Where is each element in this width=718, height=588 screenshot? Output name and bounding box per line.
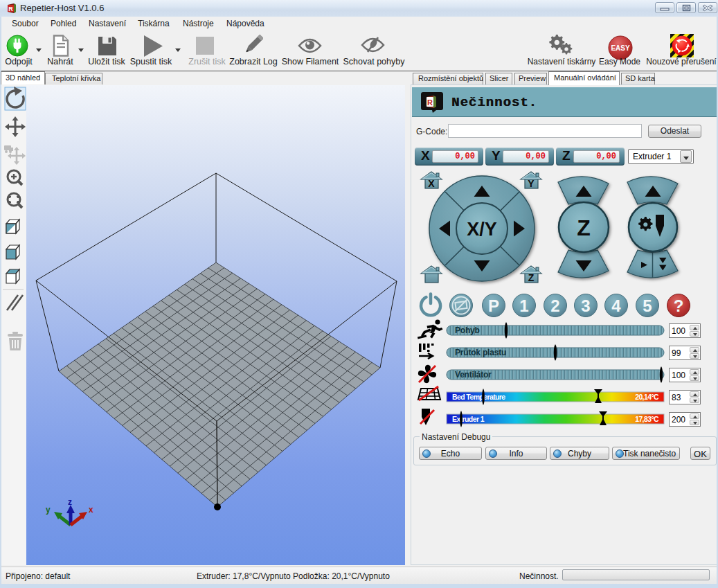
svg-text:17,83°C: 17,83°C: [635, 415, 659, 423]
svg-text:2: 2: [550, 296, 559, 315]
svg-text:R: R: [8, 6, 13, 12]
svg-text:P: P: [488, 296, 499, 315]
svg-text:Bed Temperature: Bed Temperature: [452, 393, 505, 401]
svg-text:Pohyb: Pohyb: [455, 326, 480, 335]
svg-text:3: 3: [581, 296, 590, 315]
svg-text:R: R: [427, 98, 433, 107]
svg-text:Průtok plastu: Průtok plastu: [455, 348, 506, 357]
svg-text:Z: Z: [528, 272, 535, 283]
svg-text:1: 1: [519, 296, 528, 315]
svg-text:x: x: [89, 505, 93, 515]
svg-text:Extruder 1: Extruder 1: [452, 415, 485, 423]
svg-text:?: ?: [674, 296, 684, 315]
svg-text:4: 4: [611, 296, 621, 315]
svg-text:EASY: EASY: [611, 44, 630, 52]
svg-text:Ventilátor: Ventilátor: [455, 370, 492, 380]
svg-text:Z: Z: [577, 215, 591, 240]
svg-text:Y: Y: [528, 178, 535, 189]
svg-text:y: y: [46, 505, 51, 515]
svg-text:X/Y: X/Y: [467, 219, 497, 240]
svg-text:X: X: [428, 178, 435, 189]
svg-text:5: 5: [643, 296, 652, 315]
svg-text:20,14°C: 20,14°C: [635, 393, 659, 401]
svg-text:z: z: [68, 497, 72, 507]
